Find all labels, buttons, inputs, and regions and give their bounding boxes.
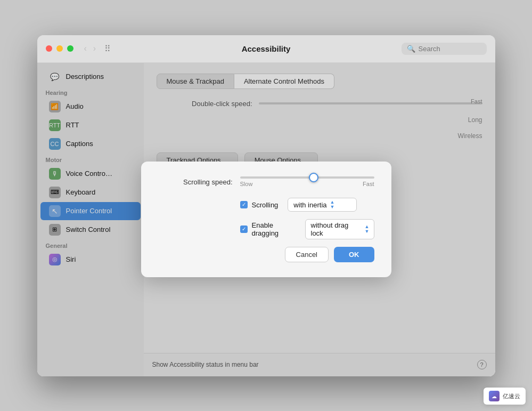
scrolling-check-row: ✓ Scrolling with inertia ▲ ▼ (158, 198, 374, 212)
scrolling-option-value: with inertia (293, 201, 326, 209)
watermark: ☁ 亿速云 (484, 388, 526, 405)
minimize-button[interactable] (56, 45, 63, 52)
cancel-button[interactable]: Cancel (285, 247, 329, 262)
slider-labels: Slow Fast (240, 181, 374, 187)
scrolling-label: Scrolling (252, 201, 279, 209)
grid-icon: ⠿ (104, 44, 111, 54)
scrolling-check-inner: ✓ Scrolling with inertia ▲ ▼ (240, 198, 357, 212)
checkmark-icon: ✓ (242, 202, 246, 207)
fast-label: Fast (363, 181, 374, 187)
scrolling-select[interactable]: with inertia ▲ ▼ (288, 198, 357, 212)
watermark-text: 亿速云 (503, 392, 520, 400)
enable-dragging-checkbox[interactable]: ✓ (240, 225, 248, 233)
maximize-button[interactable] (67, 45, 73, 52)
scrolling-speed-row: Scrolling speed: Slow Fast (158, 176, 374, 187)
window-title: Accessibility (242, 44, 291, 53)
traffic-lights (46, 45, 73, 52)
close-button[interactable] (46, 45, 52, 52)
main-window: ‹ › ⠿ Accessibility 🔍 💬 Descriptions Hea… (37, 35, 495, 376)
enable-dragging-label: Enable dragging (252, 221, 296, 237)
search-input[interactable] (419, 45, 481, 53)
dragging-option-value: without drag lock (311, 221, 362, 237)
modal-overlay: Scrolling speed: Slow Fast (37, 63, 495, 376)
forward-button[interactable]: › (91, 43, 98, 54)
ok-button[interactable]: OK (334, 247, 374, 262)
scrolling-speed-label: Scrolling speed: (158, 178, 233, 186)
nav-arrows: ‹ › (82, 43, 99, 54)
scrolling-speed-track[interactable] (240, 176, 374, 179)
search-box[interactable]: 🔍 (402, 43, 487, 55)
search-icon: 🔍 (407, 45, 415, 53)
scrolling-modal: Scrolling speed: Slow Fast (141, 162, 391, 277)
watermark-icon: ☁ (489, 391, 500, 401)
cloud-icon: ☁ (492, 393, 497, 399)
scrolling-checkbox[interactable]: ✓ (240, 201, 248, 208)
checkmark-icon: ✓ (242, 227, 246, 232)
dragging-check-inner: ✓ Enable dragging without drag lock ▲ ▼ (240, 219, 374, 239)
titlebar: ‹ › ⠿ Accessibility 🔍 (37, 35, 495, 63)
back-button[interactable]: ‹ (82, 43, 89, 54)
select-arrows-icon: ▲ ▼ (365, 224, 370, 234)
select-arrows-icon: ▲ ▼ (330, 200, 335, 209)
enable-dragging-row: ✓ Enable dragging without drag lock ▲ ▼ (158, 219, 374, 239)
content-area: 💬 Descriptions Hearing 📶 Audio RTT RTT C… (37, 63, 495, 376)
scrolling-speed-thumb[interactable] (309, 173, 318, 182)
dragging-select[interactable]: without drag lock ▲ ▼ (305, 219, 374, 239)
slow-label: Slow (240, 181, 253, 187)
scrolling-speed-slider-wrap: Slow Fast (240, 176, 374, 187)
modal-buttons: Cancel OK (158, 247, 374, 262)
